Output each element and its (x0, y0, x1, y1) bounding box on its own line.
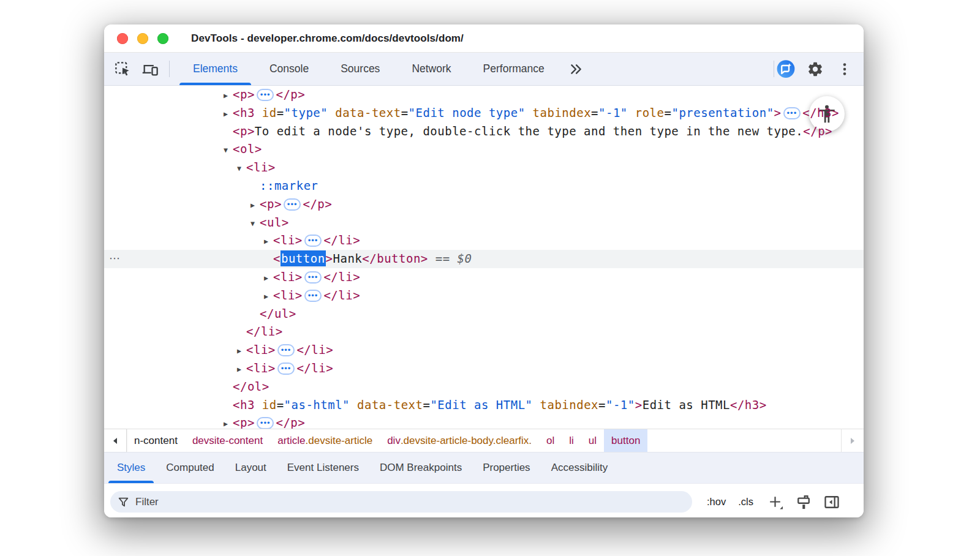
tab-console[interactable]: Console (254, 53, 325, 85)
dom-seg-txt: To edit a node's type, double-click the … (255, 124, 803, 138)
ai-assistant-icon[interactable] (777, 60, 795, 78)
dom-seg-tag: <p> (233, 124, 255, 138)
crumb-seg-tag: li (569, 435, 574, 447)
disclosure-arrow-icon[interactable]: ▶ (264, 269, 273, 288)
breadcrumb-item[interactable]: devsite-content (185, 429, 270, 452)
disclosure-arrow-icon[interactable]: ▼ (224, 141, 233, 160)
expand-children-ellipsis-icon[interactable]: ••• (304, 271, 322, 284)
dom-seg-attr: data-text (328, 106, 401, 119)
dom-seg-txt: = (665, 106, 672, 119)
kebab-menu-icon[interactable] (835, 60, 854, 78)
breadcrumb-item[interactable]: li (562, 429, 581, 452)
disclosure-arrow-icon[interactable]: ▶ (237, 361, 246, 379)
dom-tree-row[interactable]: ▶<li>•••</li> (104, 359, 864, 378)
dom-seg-tag: <li> (273, 288, 303, 302)
tab-dom-breakpoints[interactable]: DOM Breakpoints (369, 453, 472, 483)
disclosure-arrow-icon[interactable]: ▶ (224, 415, 233, 429)
expand-children-ellipsis-icon[interactable]: ••• (284, 198, 301, 211)
breadcrumb-scroll-right-icon[interactable] (841, 429, 864, 452)
expand-children-ellipsis-icon[interactable]: ••• (277, 344, 295, 356)
dom-tree-row[interactable]: ▶<li>•••</li> (104, 341, 864, 359)
dom-tree-row[interactable]: <h3 id="as-html" data-text="Edit as HTML… (104, 396, 864, 415)
tab-event-listeners[interactable]: Event Listeners (277, 453, 369, 483)
crumb-seg-tag: button (611, 435, 640, 447)
disclosure-arrow-icon[interactable]: ▶ (264, 233, 273, 251)
inspect-element-icon[interactable] (113, 60, 131, 78)
toggle-element-state-button[interactable]: :hov (703, 494, 729, 510)
disclosure-arrow-icon[interactable]: ▶ (251, 197, 260, 215)
dom-tree-row[interactable]: ▶<li>•••</li> (104, 231, 864, 250)
filter-placeholder: Filter (135, 496, 159, 508)
rendering-brush-icon[interactable] (794, 492, 813, 512)
expand-children-ellipsis-icon[interactable]: ••• (257, 417, 274, 429)
dom-seg-tag: </li> (246, 325, 283, 338)
breadcrumb-item[interactable]: ol (539, 429, 562, 452)
expand-children-ellipsis-icon[interactable]: ••• (277, 363, 295, 375)
disclosure-arrow-icon[interactable]: ▶ (264, 288, 273, 306)
tab-styles[interactable]: Styles (107, 453, 156, 483)
dom-tree-row[interactable]: </ul> (104, 305, 864, 323)
node-more-actions-icon[interactable]: ⋯ (109, 250, 121, 268)
expand-children-ellipsis-icon[interactable]: ••• (304, 290, 322, 302)
breadcrumb-scroll-left-icon[interactable] (104, 429, 127, 452)
dom-seg-tag: </li> (296, 343, 333, 356)
expand-children-ellipsis-icon[interactable]: ••• (783, 107, 801, 119)
dom-seg-attr: tabindex (533, 398, 598, 411)
dom-tree-row[interactable]: ▶<p>•••</p> (104, 195, 864, 214)
minimize-window-icon[interactable] (137, 33, 148, 44)
dom-seg-dollar: $0 (458, 252, 472, 265)
dom-tree-row[interactable]: ▶<p>•••</p> (104, 414, 864, 429)
dom-seg-txt: = (591, 106, 598, 119)
dom-seg-tag: </h3> (802, 106, 839, 119)
dom-tree-row[interactable]: ▶<h3 id="type" data-text="Edit node type… (104, 104, 864, 122)
tab-layout[interactable]: Layout (225, 453, 277, 483)
tab-accessibility[interactable]: Accessibility (541, 453, 619, 483)
dom-seg-tag: <p> (260, 197, 282, 211)
tab-sources[interactable]: Sources (325, 53, 396, 85)
tab-properties[interactable]: Properties (472, 453, 540, 483)
breadcrumb-item[interactable]: div.devsite-article-body.clearfix. (380, 429, 539, 452)
crumb-seg-tag: div (387, 435, 401, 447)
toggle-sidebar-icon[interactable] (822, 492, 842, 512)
dom-tree-row[interactable]: ▶<p>•••</p> (104, 86, 864, 104)
zoom-window-icon[interactable] (157, 33, 168, 44)
expand-children-ellipsis-icon[interactable]: ••• (257, 89, 274, 101)
window-title: DevTools - developer.chrome.com/docs/dev… (191, 32, 464, 45)
dom-tree-row-selected[interactable]: ⋯<button>Hank</button> == $0 (104, 250, 864, 268)
more-tabs-icon[interactable] (560, 53, 591, 85)
dom-tree-row[interactable]: ▼<li> (104, 159, 864, 177)
dom-tree-row[interactable]: ▶<li>•••</li> (104, 268, 864, 287)
dom-seg-tag: <h3 (233, 398, 255, 411)
disclosure-arrow-icon[interactable]: ▶ (224, 105, 233, 124)
tab-network[interactable]: Network (396, 53, 467, 85)
tab-performance[interactable]: Performance (467, 53, 560, 85)
close-window-icon[interactable] (117, 33, 128, 44)
device-toolbar-icon[interactable] (141, 60, 159, 78)
tab-elements[interactable]: Elements (177, 53, 254, 85)
breadcrumb-item[interactable]: article.devsite-article (270, 429, 380, 452)
dom-seg-tag: <li> (246, 361, 276, 375)
expand-children-ellipsis-icon[interactable]: ••• (304, 235, 322, 247)
dom-tree-row[interactable]: </li> (104, 323, 864, 341)
element-classes-button[interactable]: .cls (734, 494, 757, 510)
disclosure-arrow-icon[interactable]: ▶ (237, 342, 246, 361)
dom-seg-tag: </button> (362, 252, 428, 265)
disclosure-arrow-icon[interactable]: ▶ (224, 87, 233, 105)
dom-tree-row[interactable]: ::marker (104, 177, 864, 195)
styles-filter-input[interactable]: Filter (110, 491, 692, 513)
toolbar-right-divider (774, 61, 774, 77)
dom-tree-row[interactable]: <p>To edit a node's type, double-click t… (104, 122, 864, 141)
dom-tree-row[interactable]: ▶<li>•••</li> (104, 287, 864, 305)
disclosure-arrow-icon[interactable]: ▼ (251, 215, 260, 233)
dom-tree-row[interactable]: </ol> (104, 378, 864, 396)
dom-tree-row[interactable]: ▼<ul> (104, 214, 864, 232)
dom-tree-row[interactable]: ▼<ol> (104, 140, 864, 159)
breadcrumb-item[interactable]: n-content (127, 429, 185, 452)
breadcrumb-item[interactable]: ul (581, 429, 604, 452)
dom-seg-tag: <ul> (260, 216, 289, 229)
tab-computed[interactable]: Computed (156, 453, 224, 483)
disclosure-arrow-icon[interactable]: ▼ (237, 160, 246, 178)
settings-gear-icon[interactable] (806, 60, 824, 78)
breadcrumb-item-selected[interactable]: button (604, 429, 647, 452)
new-style-rule-icon[interactable] (766, 492, 785, 512)
